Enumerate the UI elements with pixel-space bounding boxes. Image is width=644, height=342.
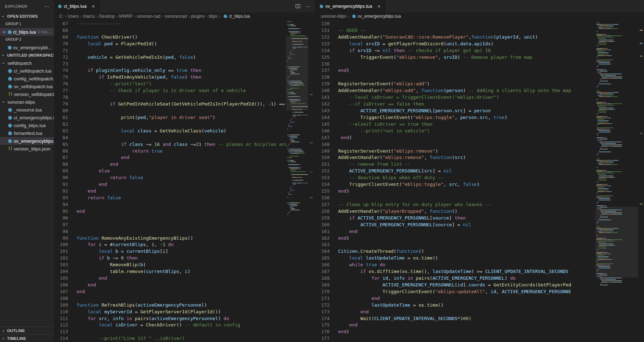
line-number-gutter[interactable]: 6768697071727374757677787980818283848586…: [54, 20, 68, 342]
breadcrumb-item[interactable]: C:: [59, 14, 63, 19]
code-line[interactable]: function CheckDriver(): [77, 34, 286, 41]
line-number[interactable]: 139: [315, 81, 330, 87]
line-number[interactable]: 135: [315, 54, 330, 61]
code-line[interactable]: [338, 141, 595, 148]
code-line[interactable]: local ped = PlayerPedId(): [77, 41, 286, 47]
code-line[interactable]: end: [77, 208, 286, 215]
more-actions-icon[interactable]: ⋯: [306, 4, 310, 9]
minimap[interactable]: [595, 20, 638, 342]
line-number[interactable]: 148: [315, 141, 330, 148]
code-line[interactable]: end: [338, 295, 595, 302]
line-number[interactable]: 144: [315, 114, 330, 121]
code-line[interactable]: end: [77, 161, 286, 168]
code-line[interactable]: --local isDriver = TriggerClientEvent("e…: [338, 94, 595, 101]
code-line[interactable]: end): [338, 188, 595, 195]
code-line[interactable]: end: [77, 181, 286, 188]
code-line[interactable]: -- deactive blips when off duty --: [338, 175, 595, 181]
code-line[interactable]: ACTIVE_EMERGENCY_PERSONNEL[src] = nil: [338, 168, 595, 175]
line-number[interactable]: 140: [315, 87, 330, 94]
line-number[interactable]: 113: [54, 329, 68, 335]
line-number[interactable]: 100: [54, 241, 68, 248]
code-line[interactable]: AddEventHandler("SonoranCAD::core:Remove…: [338, 34, 595, 41]
code-line[interactable]: for id, info in pairs(ACTIVE_EMERGENCY_P…: [338, 275, 595, 282]
line-number[interactable]: 114: [54, 335, 68, 342]
line-number[interactable]: 91: [54, 181, 68, 188]
line-number[interactable]: 102: [54, 255, 68, 262]
breadcrumb-item[interactable]: plugins: [191, 14, 205, 19]
code-line[interactable]: [338, 241, 595, 248]
line-number[interactable]: 175: [315, 322, 330, 329]
code-line[interactable]: return true: [77, 148, 286, 155]
code-line[interactable]: --print("not in vehicle"): [338, 128, 595, 135]
code-line[interactable]: Wait(CLIENT_UPDATE_INTERVAL_SECONDS*100): [338, 315, 595, 322]
tree-item[interactable]: cl_emergencyblips.lua: [0, 114, 54, 121]
breadcrumb-item[interactable]: Desktop: [99, 14, 115, 19]
line-number[interactable]: 163: [315, 241, 330, 248]
line-number[interactable]: 92: [54, 188, 68, 195]
code-line[interactable]: local b = currentBlips[i]: [77, 248, 286, 255]
line-number[interactable]: 78: [54, 94, 68, 101]
scrollbar[interactable]: [638, 20, 644, 342]
code-line[interactable]: if ACTIVE_EMERGENCY_PERSONNEL[source] th…: [338, 215, 595, 222]
line-number[interactable]: 74: [54, 67, 68, 74]
code-line[interactable]: local class = GetVehicleClass(vehicle): [77, 128, 286, 135]
code-line[interactable]: if b ~= 0 then: [77, 255, 286, 262]
more-actions-icon[interactable]: ⋯: [45, 4, 50, 9]
breadcrumb-item[interactable]: sonoran-cad: [137, 14, 161, 19]
line-number[interactable]: 143: [315, 108, 330, 114]
line-number[interactable]: 112: [54, 322, 68, 329]
outline-section-header[interactable]: OUTLINE: [0, 326, 54, 334]
breadcrumb-item[interactable]: Users: [68, 14, 79, 19]
tree-folder[interactable]: selfdispatch: [0, 59, 54, 67]
line-number[interactable]: 138: [315, 74, 330, 81]
code-line[interactable]: TriggerEvent("eblips:remove", srvID) -- …: [338, 54, 595, 61]
close-icon[interactable]: ×: [2, 29, 6, 35]
code-line[interactable]: -- remove from list --: [338, 161, 595, 168]
code-line[interactable]: [338, 74, 595, 81]
line-number[interactable]: 154: [315, 181, 330, 188]
line-number[interactable]: 84: [54, 135, 68, 141]
code-line[interactable]: end): [338, 235, 595, 242]
code-line[interactable]: if IsPedInAnyVehicle(ped, false) then: [77, 74, 286, 81]
line-number[interactable]: 88: [54, 161, 68, 168]
code-line[interactable]: while true do: [338, 262, 595, 268]
line-number[interactable]: 167: [315, 268, 330, 275]
minimap[interactable]: [286, 20, 308, 342]
code-line[interactable]: [77, 295, 286, 302]
code-line[interactable]: end: [77, 289, 286, 295]
code-area[interactable]: -- USED --AddEventHandler("SonoranCAD::c…: [330, 20, 595, 342]
line-number[interactable]: 106: [54, 282, 68, 289]
line-number[interactable]: 101: [54, 248, 68, 255]
line-number[interactable]: 147: [315, 135, 330, 141]
line-number[interactable]: 104: [54, 268, 68, 275]
workspace-section-header[interactable]: UNTITLED (WORKSPACE): [0, 51, 54, 59]
code-line[interactable]: [338, 335, 595, 342]
code-line[interactable]: vehicle = GetVehiclePedIsIn(ped, false): [77, 54, 286, 61]
tree-item[interactable]: sv_emergencyblips.lua: [0, 137, 54, 145]
line-number[interactable]: 158: [315, 208, 330, 215]
line-number[interactable]: 168: [315, 275, 330, 282]
line-number[interactable]: 131: [315, 27, 330, 34]
code-line[interactable]: AddEventHandler("eblips:remove", functio…: [338, 154, 595, 161]
code-line[interactable]: for src, info in pairs(activeEmergencyPe…: [77, 315, 286, 322]
breadcrumb-item[interactable]: sonoran-blips: [321, 14, 346, 19]
code-line[interactable]: if os.difftime(os.time(), lastUpdateTime…: [338, 268, 595, 275]
code-line[interactable]: ACTIVE_EMERGENCY_PERSONNEL[person.src] =…: [338, 108, 595, 114]
code-line[interactable]: table.remove(currentBlips, i): [77, 268, 286, 275]
line-number[interactable]: 103: [54, 262, 68, 268]
code-line[interactable]: ACTIVE_EMERGENCY_PERSONNEL[id].coords = …: [338, 282, 595, 289]
line-number[interactable]: 86: [54, 148, 68, 155]
line-number[interactable]: 174: [315, 315, 330, 322]
line-number[interactable]: 172: [315, 302, 330, 309]
tree-item[interactable]: config_blips.lua: [0, 121, 54, 129]
code-line[interactable]: end: [338, 309, 595, 315]
code-line[interactable]: --print("test"): [77, 81, 286, 87]
line-number[interactable]: 162: [315, 235, 330, 242]
code-line[interactable]: function RefreshBlips(activeEmergencyPer…: [77, 302, 286, 309]
code-line[interactable]: AddEventHandler("eblips:add", function(p…: [338, 87, 595, 94]
code-line[interactable]: [77, 121, 286, 128]
code-line[interactable]: TriggerClientEvent("eblips:toggle", pers…: [338, 114, 595, 121]
line-number[interactable]: 130: [315, 21, 330, 27]
line-number[interactable]: 82: [54, 121, 68, 128]
code-line[interactable]: [338, 61, 595, 68]
